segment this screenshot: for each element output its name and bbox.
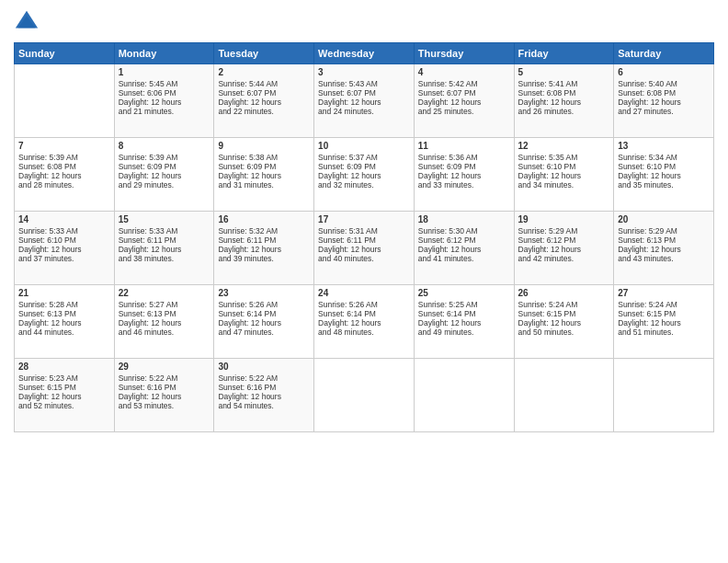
day-info-line: Daylight: 12 hours <box>318 98 410 107</box>
day-info-line: and 34 minutes. <box>518 180 610 190</box>
day-cell: 6Sunrise: 5:40 AMSunset: 6:08 PMDaylight… <box>614 64 714 138</box>
day-number: 10 <box>318 141 410 151</box>
day-cell: 4Sunrise: 5:42 AMSunset: 6:07 PMDaylight… <box>414 64 514 138</box>
day-info-line: Sunset: 6:08 PM <box>518 88 610 98</box>
day-number: 7 <box>18 141 110 151</box>
day-info-line: Daylight: 12 hours <box>119 98 210 107</box>
day-info-line: Sunrise: 5:24 AM <box>618 300 710 309</box>
day-number: 12 <box>518 141 610 151</box>
day-cell: 23Sunrise: 5:26 AMSunset: 6:14 PMDayligh… <box>214 285 314 359</box>
col-saturday: Saturday <box>614 43 714 64</box>
day-info-line: Sunset: 6:14 PM <box>218 309 310 318</box>
day-info-line: Sunset: 6:07 PM <box>418 88 510 98</box>
week-row-1: 7Sunrise: 5:39 AMSunset: 6:08 PMDaylight… <box>15 138 714 212</box>
day-info-line: and 50 minutes. <box>518 327 610 337</box>
day-number: 18 <box>418 214 510 224</box>
day-cell: 20Sunrise: 5:29 AMSunset: 6:13 PMDayligh… <box>614 212 714 285</box>
col-sunday: Sunday <box>15 43 115 64</box>
day-number: 19 <box>518 214 610 224</box>
col-monday: Monday <box>114 43 214 64</box>
day-info-line: Sunrise: 5:24 AM <box>518 300 610 309</box>
day-info-line: and 21 minutes. <box>119 107 210 116</box>
day-info-line: Sunset: 6:14 PM <box>318 309 410 318</box>
day-info-line: Daylight: 12 hours <box>218 171 310 180</box>
day-number: 15 <box>119 214 210 224</box>
day-number: 21 <box>18 288 110 298</box>
day-info-line: Sunset: 6:12 PM <box>418 236 510 245</box>
day-info-line: Daylight: 12 hours <box>18 392 110 401</box>
day-info-line: Sunrise: 5:27 AM <box>119 300 210 309</box>
day-cell <box>414 359 514 432</box>
day-info-line: Sunset: 6:07 PM <box>318 88 410 98</box>
day-info-line: Sunset: 6:09 PM <box>218 162 310 171</box>
day-info-line: and 39 minutes. <box>218 254 310 263</box>
day-info-line: and 48 minutes. <box>318 327 410 337</box>
day-info-line: Sunrise: 5:29 AM <box>618 226 710 236</box>
day-info-line: Sunset: 6:09 PM <box>418 162 510 171</box>
day-cell: 22Sunrise: 5:27 AMSunset: 6:13 PMDayligh… <box>114 285 214 359</box>
day-info-line: Sunrise: 5:26 AM <box>218 300 310 309</box>
day-info-line: Daylight: 12 hours <box>418 318 510 327</box>
day-info-line: and 26 minutes. <box>518 107 610 116</box>
day-info-line: Sunset: 6:15 PM <box>618 309 710 318</box>
day-info-line: Sunset: 6:09 PM <box>119 162 210 171</box>
day-cell: 29Sunrise: 5:22 AMSunset: 6:16 PMDayligh… <box>114 359 214 432</box>
day-info-line: Daylight: 12 hours <box>18 245 110 254</box>
day-info-line: and 37 minutes. <box>18 254 110 263</box>
day-info-line: Daylight: 12 hours <box>119 392 210 401</box>
day-info-line: Sunrise: 5:32 AM <box>218 226 310 236</box>
day-cell: 25Sunrise: 5:25 AMSunset: 6:14 PMDayligh… <box>414 285 514 359</box>
day-info-line: Daylight: 12 hours <box>119 318 210 327</box>
day-info-line: Sunset: 6:11 PM <box>119 236 210 245</box>
day-info-line: Sunset: 6:16 PM <box>119 383 210 392</box>
day-cell: 24Sunrise: 5:26 AMSunset: 6:14 PMDayligh… <box>314 285 415 359</box>
day-number: 17 <box>318 214 410 224</box>
day-info-line: Daylight: 12 hours <box>218 318 310 327</box>
day-info-line: Sunrise: 5:38 AM <box>218 153 310 162</box>
day-info-line: Sunrise: 5:39 AM <box>18 153 110 162</box>
day-info-line: Sunrise: 5:35 AM <box>518 153 610 162</box>
day-number: 27 <box>618 288 710 298</box>
week-row-2: 14Sunrise: 5:33 AMSunset: 6:10 PMDayligh… <box>15 212 714 285</box>
day-info-line: and 49 minutes. <box>418 327 510 337</box>
day-info-line: Daylight: 12 hours <box>418 245 510 254</box>
day-number: 25 <box>418 288 510 298</box>
day-info-line: Daylight: 12 hours <box>218 392 310 401</box>
day-cell: 16Sunrise: 5:32 AMSunset: 6:11 PMDayligh… <box>214 212 314 285</box>
day-cell: 26Sunrise: 5:24 AMSunset: 6:15 PMDayligh… <box>514 285 614 359</box>
day-info-line: Sunset: 6:10 PM <box>18 236 110 245</box>
day-info-line: Daylight: 12 hours <box>18 171 110 180</box>
day-cell: 9Sunrise: 5:38 AMSunset: 6:09 PMDaylight… <box>214 138 314 212</box>
day-info-line: and 29 minutes. <box>119 180 210 190</box>
day-number: 30 <box>218 362 310 372</box>
day-cell: 28Sunrise: 5:23 AMSunset: 6:15 PMDayligh… <box>15 359 115 432</box>
col-friday: Friday <box>514 43 614 64</box>
day-info-line: Sunrise: 5:39 AM <box>119 153 210 162</box>
day-info-line: Daylight: 12 hours <box>119 245 210 254</box>
day-cell: 21Sunrise: 5:28 AMSunset: 6:13 PMDayligh… <box>15 285 115 359</box>
header-row: Sunday Monday Tuesday Wednesday Thursday… <box>15 43 714 64</box>
day-info-line: Sunset: 6:09 PM <box>318 162 410 171</box>
day-number: 26 <box>518 288 610 298</box>
day-info-line: Daylight: 12 hours <box>618 245 710 254</box>
day-info-line: and 54 minutes. <box>218 401 310 410</box>
day-info-line: and 25 minutes. <box>418 107 510 116</box>
day-cell: 2Sunrise: 5:44 AMSunset: 6:07 PMDaylight… <box>214 64 314 138</box>
day-info-line: Sunrise: 5:30 AM <box>418 226 510 236</box>
day-cell: 8Sunrise: 5:39 AMSunset: 6:09 PMDaylight… <box>114 138 214 212</box>
header <box>14 9 714 35</box>
day-number: 20 <box>618 214 710 224</box>
day-info-line: Sunset: 6:13 PM <box>18 309 110 318</box>
day-cell: 11Sunrise: 5:36 AMSunset: 6:09 PMDayligh… <box>414 138 514 212</box>
day-info-line: Sunrise: 5:43 AM <box>318 79 410 88</box>
day-info-line: Daylight: 12 hours <box>318 171 410 180</box>
day-number: 5 <box>518 67 610 77</box>
day-info-line: Sunrise: 5:28 AM <box>18 300 110 309</box>
day-info-line: Sunrise: 5:42 AM <box>418 79 510 88</box>
week-row-0: 1Sunrise: 5:45 AMSunset: 6:06 PMDaylight… <box>15 64 714 138</box>
day-info-line: and 35 minutes. <box>618 180 710 190</box>
day-number: 24 <box>318 288 410 298</box>
day-info-line: Sunrise: 5:33 AM <box>18 226 110 236</box>
day-cell: 10Sunrise: 5:37 AMSunset: 6:09 PMDayligh… <box>314 138 415 212</box>
day-info-line: Daylight: 12 hours <box>518 245 610 254</box>
